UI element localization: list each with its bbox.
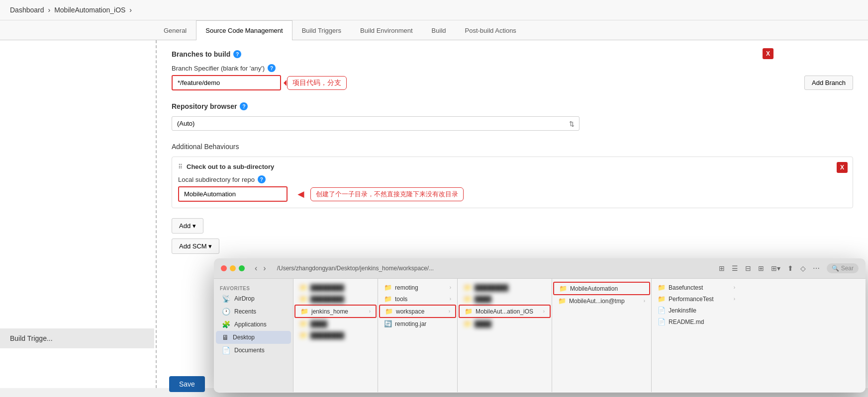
finder-remoting-jar[interactable]: 🔄 remoting.jar — [379, 318, 456, 329]
finder-mobile-tmp[interactable]: 📁 MobileAut...ion@tmp › — [553, 295, 650, 307]
local-subdir-row: ◄ 创建了个一子目录，不然直接克隆下来没有改目录 — [178, 186, 847, 202]
tag-button[interactable]: ◇ — [797, 262, 809, 274]
applications-label: Applications — [234, 321, 267, 328]
checkout-behaviour: X ⠿ Check out to a sub-directory Local s… — [172, 157, 853, 208]
finder-columns: 📁 ████████ 📁 ████████ 📁 jenkins_home › 📁… — [293, 279, 866, 392]
branch-specifier-section: Branch Specifier (blank for 'any') ? 项目代… — [172, 64, 853, 90]
repo-browser-title: Repository browser ? — [172, 102, 853, 110]
tab-post-build[interactable]: Post-build Actions — [456, 20, 526, 40]
finder-view-controls: ⊞ ☰ ⊟ ⊞ ⊞▾ ⬆ ◇ ⋯ — [716, 262, 823, 274]
finder-window-controls — [221, 265, 245, 271]
project-link[interactable]: MobileAutomation_iOS — [54, 6, 125, 14]
sidebar-item-desktop[interactable]: 🖥 Desktop — [216, 331, 291, 344]
checkout-x-button[interactable]: X — [837, 162, 848, 173]
icon-view-button[interactable]: ⊞ — [716, 262, 728, 274]
recents-icon: 🕐 — [222, 308, 230, 316]
file-icon: 📄 — [658, 307, 666, 314]
branch-input-row: 项目代码，分支 Add Branch — [172, 75, 853, 90]
column-view-button[interactable]: ⊟ — [742, 262, 754, 274]
search-text: Sear — [841, 265, 854, 272]
documents-icon: 📄 — [222, 346, 230, 354]
branch-specifier-help-icon[interactable]: ? — [268, 64, 276, 72]
branches-x-button[interactable]: X — [763, 48, 773, 59]
left-panel: Build Trigge... — [0, 40, 157, 388]
chevron-right-icon: › — [450, 285, 451, 290]
sidebar-item-applications[interactable]: 🧩 Applications — [216, 318, 291, 331]
sidebar-item-recents[interactable]: 🕐 Recents — [216, 305, 291, 318]
folder-icon: 📁 — [384, 295, 392, 303]
gallery-view-button[interactable]: ⊞ — [755, 262, 767, 274]
list-view-button[interactable]: ☰ — [729, 262, 741, 274]
dashboard-link[interactable]: Dashboard — [10, 6, 44, 14]
file-icon: 🔄 — [384, 320, 392, 327]
sidebar-item-documents[interactable]: 📄 Documents — [216, 344, 291, 357]
close-window-button[interactable] — [221, 265, 227, 271]
list-item[interactable]: 📁 ████████ — [294, 293, 377, 305]
tab-source-code[interactable]: Source Code Management — [196, 20, 292, 40]
branches-help-icon[interactable]: ? — [233, 50, 241, 58]
group-button[interactable]: ⊞▾ — [768, 262, 783, 274]
finder-nav-buttons: ‹ › — [253, 264, 268, 273]
list-item[interactable]: 📁 ████████ — [294, 329, 377, 341]
list-item[interactable]: 📁 ████████ — [294, 282, 377, 293]
add-branch-button[interactable]: Add Branch — [804, 76, 853, 90]
finder-workspace[interactable]: 📁 workspace › — [379, 305, 456, 318]
additional-behaviours-section: Additional Behaviours X ⠿ Check out to a… — [172, 143, 853, 208]
repo-browser-select-wrapper: (Auto) ⇅ — [172, 116, 579, 131]
finder-remoting[interactable]: 📁 remoting › — [379, 282, 456, 293]
tab-build-env[interactable]: Build Environment — [351, 20, 422, 40]
add-button[interactable]: Add ▾ — [172, 218, 203, 234]
finder-back-button[interactable]: ‹ — [253, 264, 259, 273]
more-button[interactable]: ⋯ — [810, 262, 823, 274]
local-subdir-help-icon[interactable]: ? — [258, 175, 266, 183]
folder-icon: 📁 — [385, 308, 393, 315]
airdrop-icon: 📡 — [222, 295, 230, 303]
repo-browser-select[interactable]: (Auto) — [172, 116, 579, 131]
finder-mobile-ios[interactable]: 📁 MobileAut...ation_iOS › — [459, 305, 551, 318]
folder-icon: 📁 — [658, 284, 666, 291]
documents-label: Documents — [234, 347, 265, 354]
branch-annotation: 项目代码，分支 — [287, 76, 347, 90]
tab-build[interactable]: Build — [422, 20, 456, 40]
chevron-right-icon: › — [449, 309, 450, 314]
list-item[interactable]: 📁 ████ — [294, 318, 377, 329]
chevron-right-icon: › — [734, 285, 735, 290]
finder-body: Favorites 📡 AirDrop 🕐 Recents 🧩 Applicat… — [214, 279, 866, 392]
list-item[interactable]: 📁 ████ — [459, 293, 551, 305]
left-arrow-icon: ◄ — [295, 188, 306, 201]
finder-readme[interactable]: 📄 README.md — [653, 316, 740, 327]
airdrop-label: AirDrop — [234, 295, 255, 302]
finder-col-1: 📁 ████████ 📁 ████████ 📁 jenkins_home › 📁… — [293, 279, 378, 392]
finder-jenkinsfile[interactable]: 📄 Jenkinsfile — [653, 305, 740, 316]
branch-specifier-label: Branch Specifier (blank for 'any') ? — [172, 64, 853, 72]
drag-handle-icon: ⠿ — [178, 163, 183, 170]
add-scm-button[interactable]: Add SCM ▾ — [172, 238, 219, 254]
repository-browser-section: Repository browser ? (Auto) ⇅ — [172, 102, 853, 131]
finder-titlebar: ‹ › /Users/zhangdongyan/Desktop/jenkins_… — [214, 258, 866, 279]
minimize-window-button[interactable] — [230, 265, 236, 271]
list-item[interactable]: 📁 ████████ — [459, 282, 551, 293]
tab-general[interactable]: General — [154, 20, 196, 40]
finder-jenkins-home[interactable]: 📁 jenkins_home › — [294, 305, 377, 318]
finder-performancetest[interactable]: 📁 PerformanceTest › — [653, 293, 740, 305]
folder-icon: 📁 — [658, 295, 666, 303]
branch-specifier-input[interactable] — [172, 75, 281, 90]
save-button[interactable]: Save — [169, 376, 205, 392]
finder-mobile-automation[interactable]: 📁 MobileAutomation — [553, 282, 650, 295]
desktop-icon: 🖥 — [222, 333, 229, 341]
finder-tools[interactable]: 📁 tools › — [379, 293, 456, 305]
subdir-annotation: 创建了个一子目录，不然直接克隆下来没有改目录 — [310, 187, 464, 201]
repo-browser-help-icon[interactable]: ? — [240, 102, 248, 110]
sidebar-item-airdrop[interactable]: 📡 AirDrop — [216, 292, 291, 305]
maximize-window-button[interactable] — [239, 265, 245, 271]
finder-col-2: 📁 remoting › 📁 tools › 📁 workspace › 🔄 r… — [378, 279, 458, 392]
share-button[interactable]: ⬆ — [784, 262, 796, 274]
tab-build-triggers[interactable]: Build Triggers — [292, 20, 351, 40]
finder-sidebar: Favorites 📡 AirDrop 🕐 Recents 🧩 Applicat… — [214, 279, 293, 392]
chevron-right-icon: › — [644, 298, 645, 304]
finder-basefunctest[interactable]: 📁 Basefunctest › — [653, 282, 740, 293]
list-item[interactable]: 📁 ████ — [459, 318, 551, 329]
finder-forward-button[interactable]: › — [261, 264, 268, 273]
desktop-label: Desktop — [233, 334, 255, 341]
local-subdir-input[interactable] — [178, 186, 288, 202]
